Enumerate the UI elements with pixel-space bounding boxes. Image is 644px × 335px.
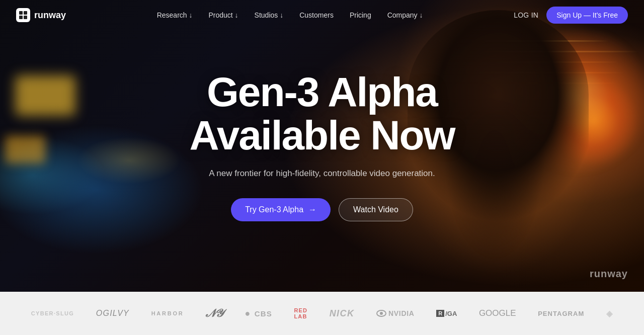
svg-rect-1 <box>24 11 27 15</box>
hero-title-line1: Gen-3 Alpha <box>207 69 437 115</box>
partner-google: Google <box>479 308 516 318</box>
partner-yankees: 𝒩𝒴 <box>206 307 223 320</box>
nav-company[interactable]: Company ↓ <box>387 11 423 19</box>
navbar: runway Research ↓ Product ↓ Studios ↓ Cu… <box>0 0 644 30</box>
nav-product[interactable]: Product ↓ <box>208 11 238 19</box>
nav-studios[interactable]: Studios ↓ <box>255 11 284 19</box>
try-button-arrow: → <box>308 205 316 214</box>
nav-pricing[interactable]: Pricing <box>350 11 371 19</box>
watch-video-button[interactable]: Watch Video <box>339 198 413 221</box>
hero-content: Gen-3 Alpha Available Now A new frontier… <box>180 70 465 221</box>
cbs-dot: ● <box>245 308 251 319</box>
try-button-label: Try Gen-3 Alpha <box>245 205 303 214</box>
partner-ogilvy: Ogilvy <box>96 309 129 318</box>
svg-rect-2 <box>19 16 23 19</box>
hero-section: Gen-3 Alpha Available Now A new frontier… <box>0 0 644 292</box>
hero-subtitle: A new frontier for high-fidelity, contro… <box>190 167 455 180</box>
svg-rect-3 <box>24 16 27 19</box>
partner-redlab: REDLAB <box>294 307 308 319</box>
hero-buttons: Try Gen-3 Alpha → Watch Video <box>190 198 455 221</box>
nav-research[interactable]: Research ↓ <box>157 11 193 19</box>
partner-cbs: ●CBS <box>245 308 272 319</box>
hero-bokeh-left <box>0 25 191 277</box>
nvidia-eye-icon <box>376 310 386 317</box>
hero-title: Gen-3 Alpha Available Now <box>190 70 455 157</box>
partner-unknown: ◈ <box>606 309 613 318</box>
nav-links: Research ↓ Product ↓ Studios ↓ Customers… <box>157 11 423 20</box>
partner-pentagram: Pentagram <box>538 310 584 317</box>
logo-text: runway <box>34 10 66 21</box>
hero-title-line2: Available Now <box>190 112 455 158</box>
svg-rect-0 <box>19 11 23 15</box>
partner-nvidia: nvidia <box>376 309 415 317</box>
logo[interactable]: runway <box>16 8 66 22</box>
login-button[interactable]: LOG IN <box>514 11 538 19</box>
partner-rga: R /GA <box>436 310 457 317</box>
signup-button[interactable]: Sign Up — It's Free <box>546 7 628 24</box>
rga-r-box: R <box>436 310 444 317</box>
nav-actions: LOG IN Sign Up — It's Free <box>514 7 628 24</box>
nav-customers[interactable]: Customers <box>299 11 334 19</box>
partner-nick: nick <box>330 308 355 319</box>
runway-watermark: runway <box>590 268 628 280</box>
try-gen3-button[interactable]: Try Gen-3 Alpha → <box>231 198 331 221</box>
partners-bar: CYBER·SLUG Ogilvy HARBOR 𝒩𝒴 ●CBS REDLAB … <box>0 292 644 335</box>
partner-harbor: HARBOR <box>151 310 184 316</box>
logo-icon <box>16 8 30 22</box>
partner-cyber-slug: CYBER·SLUG <box>31 310 74 316</box>
